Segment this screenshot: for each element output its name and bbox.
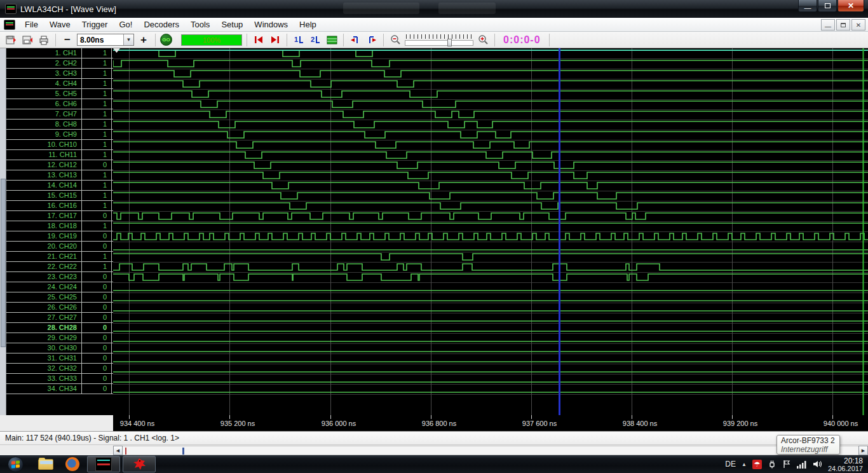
channel-row[interactable]: 17. CH170 (6, 211, 113, 221)
channel-row[interactable]: 22. CH221 (6, 262, 113, 272)
channel-label[interactable]: 18. CH18 (6, 221, 82, 231)
goto-previous-edge-icon[interactable] (348, 33, 362, 47)
channel-row[interactable]: 25. CH250 (6, 292, 113, 303)
channel-row[interactable]: 34. CH340 (6, 384, 113, 394)
menu-wave[interactable]: Wave (44, 18, 76, 32)
channel-label[interactable]: 1. CH1 (6, 48, 82, 58)
skip-to-start-icon[interactable] (252, 33, 266, 47)
channel-label[interactable]: 20. CH20 (6, 242, 82, 251)
channel-label[interactable]: 17. CH17 (6, 211, 82, 221)
clock[interactable]: 20:18 24.06.2017 (828, 455, 863, 473)
channel-label[interactable]: 24. CH24 (6, 282, 82, 292)
mdi-minimize-button[interactable]: — (821, 19, 835, 31)
taskbar-lwla-button[interactable] (87, 456, 120, 472)
channel-label[interactable]: 21. CH21 (6, 252, 82, 261)
channel-label[interactable]: 2. CH2 (6, 58, 82, 68)
go-button[interactable]: GO (160, 34, 172, 46)
channel-row[interactable]: 13. CH131 (6, 170, 113, 181)
marker-1-icon[interactable]: 1 (292, 33, 306, 47)
timebase-increase-button[interactable]: + (137, 33, 151, 47)
channel-row[interactable]: 14. CH141 (6, 181, 113, 191)
channel-label[interactable]: 26. CH26 (6, 303, 82, 312)
open-file-icon[interactable] (4, 33, 18, 47)
vertical-scrollbar[interactable] (0, 48, 6, 415)
channel-row[interactable]: 9. CH91 (6, 130, 113, 140)
channel-row[interactable]: 10. CH101 (6, 140, 113, 150)
channel-row[interactable]: 16. CH161 (6, 201, 113, 211)
timebase-decrease-button[interactable]: − (60, 33, 74, 47)
channel-row[interactable]: 31. CH310 (6, 353, 113, 364)
power-plug-icon[interactable] (768, 460, 776, 469)
channel-label[interactable]: 34. CH34 (6, 384, 82, 394)
channel-row[interactable]: 8. CH81 (6, 120, 113, 130)
channel-row[interactable]: 7. CH71 (6, 109, 113, 120)
channel-row[interactable]: 27. CH270 (6, 313, 113, 323)
horizontal-scrollbar[interactable]: ◀ ▶ (0, 444, 868, 455)
save-file-icon[interactable] (20, 33, 34, 47)
channel-row[interactable]: 18. CH181 (6, 221, 113, 231)
start-button[interactable] (8, 456, 24, 472)
channel-label[interactable]: 33. CH33 (6, 374, 82, 383)
mdi-restore-button[interactable] (836, 19, 850, 31)
channel-label[interactable]: 27. CH27 (6, 313, 82, 322)
channel-row[interactable]: 5. CH51 (6, 89, 113, 99)
channel-label[interactable]: 12. CH12 (6, 160, 82, 170)
channel-row[interactable]: 32. CH320 (6, 364, 113, 374)
channel-label[interactable]: 22. CH22 (6, 262, 82, 271)
channel-row[interactable]: 20. CH200 (6, 242, 113, 252)
document-icon[interactable] (4, 20, 15, 30)
zoom-slider-thumb[interactable] (447, 39, 452, 46)
antivirus-icon[interactable]: ☂ (752, 460, 762, 469)
channel-row[interactable]: 29. CH290 (6, 333, 113, 343)
channel-label[interactable]: 25. CH25 (6, 292, 82, 302)
scroll-left-icon[interactable]: ◀ (113, 446, 123, 455)
chevron-down-icon[interactable]: ▼ (123, 34, 133, 45)
menu-trigger[interactable]: Trigger (76, 18, 114, 32)
menu-windows[interactable]: Windows (248, 18, 294, 32)
minimize-button[interactable]: — (798, 0, 817, 12)
menu-go[interactable]: Go! (113, 18, 138, 32)
channel-row[interactable]: 19. CH190 (6, 231, 113, 242)
language-indicator[interactable]: DE (725, 460, 736, 469)
channel-label[interactable]: 30. CH30 (6, 343, 82, 353)
show-hidden-icons[interactable]: ▲ (742, 462, 747, 467)
channel-label[interactable]: 23. CH23 (6, 272, 82, 282)
zoom-slider-track[interactable] (405, 40, 473, 46)
channel-row[interactable]: 3. CH31 (6, 69, 113, 79)
channel-row[interactable]: 30. CH300 (6, 343, 113, 353)
skip-to-end-icon[interactable] (268, 33, 282, 47)
value-table-icon[interactable] (325, 33, 339, 47)
taskbar-explorer-icon[interactable] (36, 456, 55, 472)
channel-label[interactable]: 7. CH7 (6, 109, 82, 119)
channel-label[interactable]: 11. CH11 (6, 150, 82, 160)
menu-tools[interactable]: Tools (185, 18, 215, 32)
maximize-button[interactable] (818, 0, 837, 12)
menu-help[interactable]: Help (294, 18, 322, 32)
hscroll-thumb[interactable] (182, 448, 184, 455)
channel-row[interactable]: 26. CH260 (6, 303, 113, 313)
print-icon[interactable] (37, 33, 51, 47)
channel-row[interactable]: 11. CH111 (6, 150, 113, 160)
channel-label[interactable]: 14. CH14 (6, 181, 82, 190)
channel-label[interactable]: 19. CH19 (6, 231, 82, 241)
channel-row[interactable]: 23. CH230 (6, 272, 113, 282)
channel-label[interactable]: 8. CH8 (6, 120, 82, 129)
zoom-out-icon[interactable] (388, 33, 402, 47)
channel-label[interactable]: 31. CH31 (6, 353, 82, 363)
action-center-flag-icon[interactable] (782, 460, 791, 469)
zoom-in-icon[interactable] (476, 33, 490, 47)
menu-file[interactable]: File (19, 18, 44, 32)
channel-label[interactable]: 29. CH29 (6, 333, 82, 343)
mdi-close-button[interactable]: ✕ (851, 19, 865, 31)
channel-row[interactable]: 21. CH211 (6, 252, 113, 262)
menu-setup[interactable]: Setup (215, 18, 248, 32)
goto-next-edge-icon[interactable] (365, 33, 379, 47)
channel-label[interactable]: 9. CH9 (6, 130, 82, 139)
close-button[interactable]: ✕ (837, 0, 864, 12)
taskbar-firefox-icon[interactable] (63, 456, 82, 472)
channel-row[interactable]: 15. CH151 (6, 191, 113, 201)
channel-label[interactable]: 13. CH13 (6, 170, 82, 180)
channel-row[interactable]: 1. CH11 (6, 48, 113, 58)
timebase-select[interactable]: 8.00ns ▼ (77, 34, 134, 46)
channel-label[interactable]: 28. CH28 (6, 323, 82, 332)
